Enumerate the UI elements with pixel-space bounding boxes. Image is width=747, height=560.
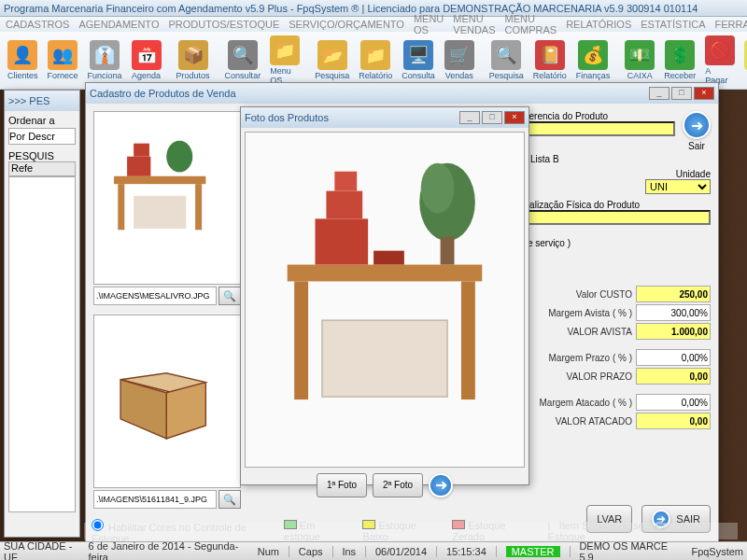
toolbar-receber[interactable]: 💲Receber — [660, 38, 699, 82]
image1-browse[interactable]: 🔍 — [218, 287, 241, 305]
photo1-button[interactable]: 1ª Foto — [317, 473, 367, 497]
svg-rect-1 — [118, 184, 124, 230]
location-label: Localização Física do Produto — [514, 200, 711, 210]
value-avista-input[interactable] — [636, 323, 711, 340]
toolbar-consulta[interactable]: 🖥️Consulta — [398, 38, 439, 82]
order-field[interactable] — [8, 128, 76, 145]
svg-rect-10 — [461, 281, 475, 399]
exit-button[interactable]: ➜ — [683, 111, 711, 139]
svg-point-17 — [421, 163, 455, 214]
location-input[interactable] — [514, 210, 711, 225]
toolbar-fornece[interactable]: 👥Fornece — [44, 38, 82, 82]
toolbar-vendas[interactable]: 🛒Vendas — [441, 38, 478, 82]
toolbar-relatório[interactable]: 📔Relatório — [529, 38, 571, 82]
toolbar-cartas[interactable]: ✉️Cartas — [740, 38, 747, 82]
value-prazo-input[interactable] — [636, 368, 711, 385]
desk-image-icon — [94, 315, 225, 470]
exit-label: Sair — [688, 141, 705, 151]
ref-label: Referencia do Produto — [514, 111, 675, 121]
search-titlebar: >>> PES — [5, 91, 79, 111]
product-thumb-1 — [93, 111, 241, 285]
statusbar: SUA CIDADE - UF 6 de Janeiro de 2014 - S… — [0, 541, 747, 560]
margin-prazo-input[interactable] — [636, 349, 711, 366]
toolbar-consultar[interactable]: 🔍Consultar — [221, 38, 265, 82]
photo2-button[interactable]: 2ª Foto — [373, 473, 423, 497]
value-atacado-input[interactable] — [636, 413, 711, 429]
svg-rect-9 — [294, 281, 308, 399]
workspace: >>> PES Ordenar a PESQUIS Refe Cadastro … — [0, 90, 747, 541]
menu-serviooramento[interactable]: SERVIÇO/ORÇAMENTO — [285, 19, 408, 30]
photo-window: Foto dos Produtos _ □ × — [240, 106, 529, 485]
close-button[interactable]: × — [694, 87, 714, 100]
search-label: PESQUIS — [8, 150, 76, 161]
listab-label: Lista B — [530, 154, 559, 164]
toolbar-relatório[interactable]: 📁Relatório — [355, 38, 396, 82]
image1-path[interactable] — [93, 287, 217, 305]
menu-cadastros[interactable]: CADASTROS — [2, 19, 73, 30]
toolbar-pesquisa[interactable]: 🔍Pesquisa — [486, 38, 528, 82]
product-thumb-2 — [93, 315, 241, 488]
toolbar-agenda[interactable]: 📅Agenda — [128, 38, 165, 82]
svg-rect-14 — [334, 172, 357, 191]
toolbar-produtos[interactable]: 📦Produtos — [173, 38, 214, 82]
photo-close[interactable]: × — [504, 111, 525, 124]
status-ins: Ins — [342, 546, 356, 557]
photo-maximize[interactable]: □ — [482, 111, 502, 124]
menu-estatstica[interactable]: ESTATÍSTICA — [637, 19, 709, 30]
toolbar-finanças[interactable]: 💰Finanças — [572, 38, 614, 82]
svg-rect-8 — [288, 265, 483, 282]
ref-input[interactable] — [514, 121, 675, 136]
service-item-label: Item Serviço ou sem Controle de Estoque — [548, 520, 709, 542]
menu-agendamento[interactable]: AGENDAMENTO — [75, 19, 162, 30]
product-titlebar: Cadastro de Produtos de Venda _ □ × — [86, 83, 718, 104]
toolbar-menu os[interactable]: 📁Menu OS — [266, 34, 303, 87]
photo-minimize[interactable]: _ — [459, 111, 480, 124]
photo-titlebar: Foto dos Produtos _ □ × — [241, 107, 529, 128]
menubar: CADASTROSAGENDAMENTOPRODUTOS/ESTOQUESERV… — [0, 17, 747, 32]
photo-large — [245, 132, 525, 468]
svg-rect-13 — [326, 191, 362, 219]
status-date-long: 6 de Janeiro de 2014 - Segunda-feira — [89, 540, 239, 561]
status-brand: FpqSystem — [691, 546, 743, 557]
refe-header: Refe — [8, 161, 76, 176]
photo-next-button[interactable]: ➜ — [429, 473, 453, 497]
toolbar-pesquisa[interactable]: 📂Pesquisa — [311, 38, 353, 82]
margin-avista-input[interactable] — [636, 304, 711, 321]
menu-menucompras[interactable]: MENU COMPRAS — [501, 13, 561, 35]
app-titlebar: Programa Marcenaria Financeiro com Agend… — [0, 0, 747, 17]
minimize-button[interactable]: _ — [649, 87, 669, 100]
search-grid[interactable] — [8, 176, 76, 512]
unit-label: Unidade — [514, 169, 711, 179]
svg-rect-7 — [246, 133, 524, 467]
toolbar-clientes[interactable]: 👤Clientes — [4, 38, 42, 82]
menu-ferramentas[interactable]: FERRAMENTAS — [712, 19, 747, 30]
svg-rect-11 — [322, 320, 447, 397]
menu-produtosestoque[interactable]: PRODUTOS/ESTOQUE — [164, 19, 283, 30]
svg-rect-12 — [316, 218, 369, 264]
table-image-icon — [94, 112, 225, 267]
status-date: 06/01/2014 — [375, 546, 427, 557]
cost-input[interactable] — [636, 286, 711, 302]
unit-select[interactable]: UNI — [645, 179, 711, 194]
menu-menuvendas[interactable]: MENU VENDAS — [449, 13, 499, 35]
svg-rect-15 — [374, 251, 404, 265]
app-title: Programa Marcenaria Financeiro com Agend… — [4, 3, 698, 14]
menu-menuos[interactable]: MENU OS — [410, 13, 447, 35]
toolbar-caixa[interactable]: 💵CAIXA — [621, 38, 658, 82]
toolbar-a pagar[interactable]: 🚫A Pagar — [701, 34, 739, 87]
image2-browse[interactable]: 🔍 — [218, 490, 241, 509]
svg-rect-2 — [195, 184, 202, 230]
status-city: SUA CIDADE - UF — [4, 540, 79, 561]
service-label: n de serviço ) — [514, 238, 711, 248]
toolbar-funciona[interactable]: 👔Funciona — [84, 38, 126, 82]
svg-rect-18 — [441, 237, 455, 265]
menu-relatrios[interactable]: RELATÓRIOS — [562, 19, 635, 30]
image2-path[interactable] — [93, 490, 217, 509]
status-master: MASTER — [506, 546, 560, 557]
maximize-button[interactable]: □ — [671, 87, 692, 100]
status-demo: DEMO OS MARCE 5.9 — [579, 540, 672, 561]
status-time: 15:15:34 — [446, 546, 486, 557]
svg-rect-5 — [134, 144, 149, 157]
margin-atacado-input[interactable] — [636, 394, 711, 411]
search-window: >>> PES Ordenar a PESQUIS Refe — [4, 90, 80, 538]
